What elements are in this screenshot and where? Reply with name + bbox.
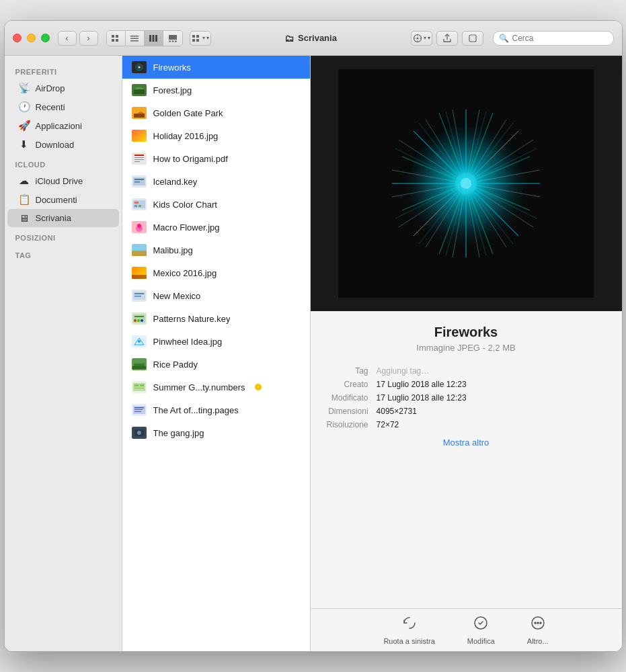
- svg-rect-7: [149, 35, 151, 42]
- share-button[interactable]: [436, 31, 458, 46]
- posizioni-header: Posizioni: [5, 227, 122, 245]
- file-item[interactable]: How to Origami.pdf: [122, 147, 310, 170]
- minimize-button[interactable]: [27, 34, 36, 42]
- file-item[interactable]: Summer G...ty.numbers: [122, 376, 310, 398]
- sidebar-item-scrivania[interactable]: 🖥 Scrivania: [7, 209, 119, 227]
- file-icon: [130, 152, 148, 165]
- edit-action[interactable]: Modifica: [467, 615, 495, 645]
- window-title: 🗂 Scrivania: [211, 33, 411, 44]
- file-item[interactable]: Fireworks: [122, 56, 310, 79]
- svg-rect-35: [134, 155, 144, 156]
- file-item[interactable]: Golden Gate Park: [122, 101, 310, 124]
- svg-point-83: [137, 431, 141, 435]
- svg-rect-16: [192, 39, 195, 42]
- close-button[interactable]: [13, 34, 22, 42]
- file-icon: [130, 426, 148, 439]
- sidebar-item-icloud-drive[interactable]: ☁ iCloud Drive: [7, 171, 119, 190]
- rotate-label: Ruota a sinistra: [383, 637, 434, 645]
- list-view-button[interactable]: [126, 31, 145, 46]
- preview-image: [311, 56, 622, 311]
- svg-point-28: [138, 67, 140, 69]
- more-label: Altro...: [527, 637, 549, 645]
- file-item[interactable]: The Art of...ting.pages: [122, 398, 310, 421]
- sidebar-item-label: Recenti: [36, 102, 65, 112]
- risoluzione-label: Risoluzione: [327, 420, 368, 429]
- file-icon: [130, 380, 148, 394]
- search-input[interactable]: [512, 34, 608, 43]
- svg-rect-33: [132, 130, 147, 142]
- sidebar-item-recenti[interactable]: 🕐 Recenti: [7, 97, 119, 116]
- svg-rect-30: [134, 89, 145, 94]
- svg-rect-15: [196, 35, 199, 38]
- file-name: Holiday 2016.jpg: [153, 131, 219, 141]
- file-icon: [130, 60, 148, 74]
- icon-view-button[interactable]: [107, 31, 126, 46]
- search-box[interactable]: 🔍: [493, 31, 614, 46]
- preview-filename: Fireworks: [327, 325, 606, 340]
- svg-rect-61: [134, 316, 144, 317]
- file-name: New Mexico: [153, 291, 201, 301]
- svg-point-137: [540, 622, 541, 624]
- view-button-group: [106, 30, 183, 46]
- sidebar-item-download[interactable]: ⬇ Download: [7, 135, 119, 154]
- file-icon: [130, 312, 148, 325]
- svg-rect-32: [134, 114, 145, 118]
- svg-point-135: [535, 622, 536, 624]
- svg-rect-10: [169, 35, 177, 40]
- badge-dot: [255, 384, 262, 390]
- svg-rect-38: [134, 161, 140, 162]
- file-name: Malibu.jpg: [153, 245, 193, 255]
- file-item[interactable]: Malibu.jpg: [122, 239, 310, 261]
- forward-button[interactable]: ›: [79, 31, 98, 46]
- file-item[interactable]: Forest.jpg: [122, 79, 310, 101]
- airdrop-icon: 📡: [18, 82, 30, 94]
- file-name: Patterns Nature.key: [153, 314, 231, 324]
- icloud-drive-icon: ☁: [18, 175, 30, 187]
- back-button[interactable]: ‹: [58, 31, 77, 46]
- svg-rect-58: [134, 296, 141, 297]
- file-name: Macro Flower.jpg: [153, 222, 220, 233]
- svg-rect-12: [171, 40, 173, 42]
- file-icon: [130, 175, 148, 188]
- traffic-lights: [13, 34, 50, 42]
- recenti-icon: 🕐: [18, 101, 30, 113]
- tag-button[interactable]: [462, 31, 483, 46]
- file-name: Mexico 2016.jpg: [153, 268, 217, 278]
- file-item[interactable]: Rice Paddy: [122, 353, 310, 376]
- file-icon: [130, 83, 148, 97]
- file-item[interactable]: Iceland.key: [122, 170, 310, 193]
- svg-rect-46: [134, 205, 137, 207]
- svg-point-19: [416, 37, 418, 39]
- gallery-view-button[interactable]: [163, 31, 182, 46]
- tag-value[interactable]: Aggiungi tag…: [377, 366, 606, 376]
- maximize-button[interactable]: [41, 34, 50, 42]
- modificato-value: 17 Luglio 2018 alle 12:23: [377, 393, 606, 403]
- file-item[interactable]: Holiday 2016.jpg: [122, 124, 310, 147]
- file-item[interactable]: Kids Color Chart: [122, 193, 310, 216]
- file-icon: [130, 106, 148, 120]
- documenti-icon: 📋: [18, 194, 30, 206]
- sidebar-item-airdrop[interactable]: 📡 AirDrop: [7, 79, 119, 97]
- svg-rect-9: [155, 35, 157, 42]
- svg-rect-11: [169, 40, 171, 42]
- more-action[interactable]: Altro...: [527, 615, 549, 645]
- preview-pane: Fireworks Immagine JPEG - 2,2 MB Tag Agg…: [311, 56, 622, 651]
- rotate-action[interactable]: Ruota a sinistra: [383, 615, 434, 645]
- action-button[interactable]: ▾: [411, 31, 432, 46]
- sidebar-item-applicazioni[interactable]: 🚀 Applicazioni: [7, 116, 119, 135]
- titlebar: ‹ ›: [5, 21, 622, 56]
- file-item[interactable]: Pinwheel Idea.jpg: [122, 330, 310, 353]
- file-item[interactable]: The gang.jpg: [122, 421, 310, 444]
- show-more-link[interactable]: Mostra altro: [327, 437, 606, 448]
- file-name: Summer G...ty.numbers: [153, 382, 245, 392]
- file-item[interactable]: Mexico 2016.jpg: [122, 261, 310, 284]
- file-icon: [130, 129, 148, 142]
- file-item[interactable]: New Mexico: [122, 284, 310, 307]
- file-item[interactable]: Macro Flower.jpg: [122, 216, 310, 239]
- sidebar-item-documenti[interactable]: 📋 Documenti: [7, 190, 119, 209]
- file-item[interactable]: Patterns Nature.key: [122, 307, 310, 330]
- column-view-button[interactable]: [145, 31, 163, 46]
- svg-rect-41: [134, 179, 144, 180]
- svg-rect-47: [139, 205, 141, 207]
- group-button[interactable]: ▾: [190, 31, 211, 46]
